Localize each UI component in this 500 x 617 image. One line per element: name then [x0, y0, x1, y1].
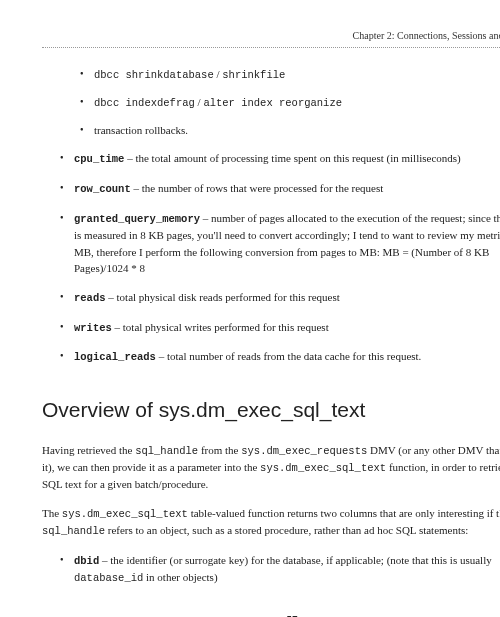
code-text: database_id [74, 572, 143, 584]
main-bullet-item: cpu_time – the total amount of processin… [60, 150, 500, 168]
body-paragraph: Having retrieved the sql_handle from the… [42, 442, 500, 494]
sub-bullet-item: dbcc indexdefrag / alter index reorganiz… [80, 94, 500, 112]
page: Chapter 2: Connections, Sessions and Req… [42, 28, 500, 617]
code-text: sys.dm_exec_requests [241, 445, 367, 457]
code-text: sql_handle [135, 445, 198, 457]
term-text: dbid [74, 555, 99, 567]
para-text: from the [198, 444, 241, 456]
code-text: shrinkfile [222, 69, 285, 81]
term-text: row_count [74, 183, 131, 195]
sep-text: / [214, 68, 223, 80]
main-bullet-item: writes – total physical writes performed… [60, 319, 500, 337]
term-text: reads [74, 292, 106, 304]
code-text: alter index reorganize [203, 97, 342, 109]
term-text: writes [74, 322, 112, 334]
main-bullet-item: row_count – the number of rows that were… [60, 180, 500, 198]
desc-text: – the identifier (or surrogate key) for … [99, 554, 492, 566]
term-text: logical_reads [74, 351, 156, 363]
desc-text: – the total amount of processing time sp… [124, 152, 460, 164]
para-text: table-valued function returns two column… [188, 507, 500, 519]
desc-text: – total physical disk reads performed fo… [106, 291, 340, 303]
desc-text: in other objects) [143, 571, 217, 583]
code-text: sys.dm_exec_sql_text [62, 508, 188, 520]
main-bullet-item: granted_query_memory – number of pages a… [60, 210, 500, 277]
term-text: granted_query_memory [74, 213, 200, 225]
para-text: refers to an object, such as a stored pr… [105, 524, 468, 536]
final-bullet-list: dbid – the identifier (or surrogate key)… [60, 552, 500, 588]
page-number: 57 [42, 611, 500, 618]
code-text: dbcc shrinkdatabase [94, 69, 214, 81]
main-bullet-item: logical_reads – total number of reads fr… [60, 348, 500, 366]
body-paragraph: The sys.dm_exec_sql_text table-valued fu… [42, 505, 500, 540]
sub-bullet-item: transaction rollbacks. [80, 122, 500, 139]
desc-text: – total physical writes performed for th… [112, 321, 329, 333]
sub-bullet-list: dbcc shrinkdatabase / shrinkfile dbcc in… [80, 66, 500, 138]
code-text: sql_handle [42, 525, 105, 537]
para-text: Having retrieved the [42, 444, 135, 456]
main-bullet-item: reads – total physical disk reads perfor… [60, 289, 500, 307]
header-rule [42, 47, 500, 48]
final-bullet-item: dbid – the identifier (or surrogate key)… [60, 552, 500, 588]
term-text: cpu_time [74, 153, 124, 165]
desc-text: – total number of reads from the data ca… [156, 350, 421, 362]
desc-text: – the number of rows that were processed… [131, 182, 384, 194]
bullet-text: transaction rollbacks. [94, 124, 188, 136]
chapter-header: Chapter 2: Connections, Sessions and Req… [42, 28, 500, 43]
code-text: sys.dm_exec_sql_text [260, 462, 386, 474]
para-text: The [42, 507, 62, 519]
main-bullet-list: cpu_time – the total amount of processin… [60, 150, 500, 366]
section-heading: Overview of sys.dm_exec_sql_text [42, 394, 500, 426]
code-text: dbcc indexdefrag [94, 97, 195, 109]
sub-bullet-item: dbcc shrinkdatabase / shrinkfile [80, 66, 500, 84]
